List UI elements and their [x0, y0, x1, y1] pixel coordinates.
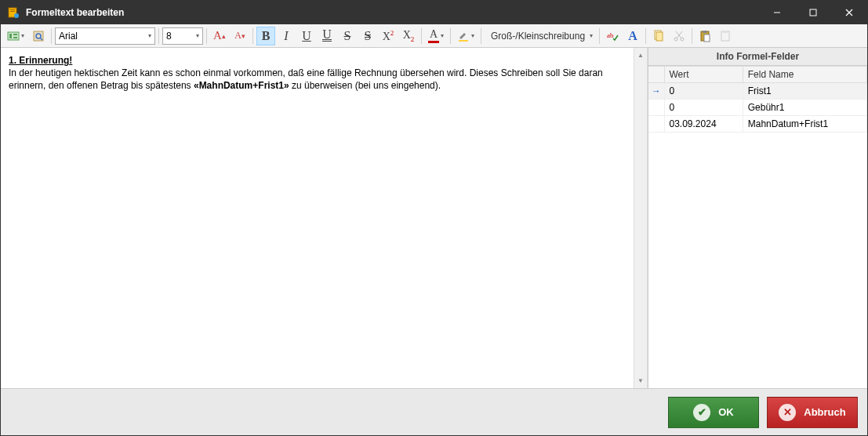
- preview-icon: [32, 30, 45, 42]
- font-size-combo[interactable]: 8 ▾: [162, 27, 203, 45]
- highlight-icon: [457, 30, 470, 42]
- cell-name: MahnDatum+Frist1: [743, 116, 866, 133]
- svg-rect-27: [723, 31, 728, 33]
- close-icon: ✕: [779, 404, 796, 421]
- cell-value: 03.09.2024: [664, 116, 743, 133]
- info-panel-title: Info Formel-Felder: [648, 48, 867, 66]
- svg-rect-11: [13, 37, 17, 38]
- row-indicator-icon: →: [648, 83, 664, 100]
- copy-icon: [652, 30, 665, 42]
- change-case-button[interactable]: Groß-/Kleinschreibung ▾: [485, 27, 596, 45]
- svg-line-21: [677, 31, 682, 38]
- cell-name: Frist1: [743, 83, 866, 100]
- spellcheck-button[interactable]: ab: [603, 27, 622, 45]
- window-title: Formeltext bearbeiten: [26, 7, 759, 18]
- cancel-button[interactable]: ✕ Abbruch: [767, 397, 858, 428]
- font-button[interactable]: A: [623, 27, 642, 45]
- info-col-value[interactable]: Wert: [664, 67, 743, 83]
- svg-line-22: [676, 31, 681, 38]
- subscript-button[interactable]: X2: [399, 27, 418, 45]
- window-controls: [759, 1, 867, 24]
- editor-heading: 1. Erinnerung!: [9, 55, 72, 66]
- table-row[interactable]: 03.09.2024MahnDatum+Frist1: [648, 116, 867, 133]
- table-row[interactable]: →0Frist1: [648, 83, 867, 100]
- decrease-font-button[interactable]: A▾: [231, 27, 249, 45]
- svg-rect-15: [459, 40, 468, 42]
- svg-rect-5: [810, 9, 816, 16]
- svg-rect-9: [9, 34, 12, 38]
- scroll-up-icon[interactable]: ▲: [635, 49, 647, 61]
- close-button[interactable]: [831, 1, 867, 24]
- svg-rect-10: [13, 34, 17, 35]
- insert-field-button[interactable]: ▾: [4, 27, 27, 45]
- footer: ✔ OK ✕ Abbruch: [1, 388, 867, 435]
- info-col-name[interactable]: Feld Name: [743, 67, 866, 83]
- ok-label: OK: [718, 406, 734, 418]
- cell-value: 0: [664, 83, 743, 100]
- info-table[interactable]: Wert Feld Name →0Frist10Gebühr103.09.202…: [648, 66, 867, 133]
- change-case-label: Groß-/Kleinschreibung: [488, 31, 588, 42]
- ok-button[interactable]: ✔ OK: [668, 397, 759, 428]
- title-bar: Formeltext bearbeiten: [1, 1, 867, 24]
- font-color-icon: A: [430, 28, 438, 41]
- info-pane: Info Formel-Felder Wert Feld Name →0Fris…: [648, 48, 867, 388]
- font-name-combo[interactable]: Arial ▾: [55, 27, 155, 45]
- cancel-label: Abbruch: [804, 406, 845, 418]
- maximize-button[interactable]: [795, 1, 831, 24]
- editor-field-ref: «MahnDatum+Frist1»: [194, 80, 289, 91]
- caret-icon: ▾: [441, 32, 444, 39]
- italic-button[interactable]: I: [277, 27, 296, 45]
- svg-rect-18: [656, 32, 663, 41]
- caret-icon: ▾: [21, 32, 24, 39]
- editor[interactable]: 1. Erinnerung! In der heutigen hektische…: [1, 48, 634, 388]
- superscript-button[interactable]: X2: [379, 27, 398, 45]
- increase-font-button[interactable]: A▴: [210, 27, 229, 45]
- underline-button[interactable]: U: [297, 27, 316, 45]
- double-strikethrough-button[interactable]: S: [358, 27, 377, 45]
- cell-value: 0: [664, 100, 743, 116]
- cell-name: Gebühr1: [743, 100, 866, 116]
- svg-point-3: [14, 13, 19, 18]
- app-icon: [7, 6, 20, 19]
- paste-special-button[interactable]: [716, 27, 735, 45]
- spellcheck-icon: ab: [606, 30, 619, 42]
- svg-rect-25: [704, 35, 710, 42]
- double-underline-button[interactable]: U: [318, 27, 336, 45]
- table-row[interactable]: 0Gebühr1: [648, 100, 867, 116]
- svg-text:ab: ab: [607, 31, 614, 39]
- row-indicator-icon: [648, 116, 664, 133]
- svg-rect-2: [10, 11, 15, 12]
- main-area: 1. Erinnerung! In der heutigen hektische…: [1, 48, 867, 388]
- svg-rect-1: [10, 9, 15, 10]
- font-name-value: Arial: [59, 31, 78, 42]
- cut-button[interactable]: [670, 27, 688, 45]
- svg-rect-24: [703, 31, 707, 33]
- font-size-value: 8: [166, 31, 172, 42]
- font-color-button[interactable]: A ▾: [425, 27, 447, 45]
- chevron-down-icon: ▾: [148, 32, 151, 39]
- editor-pane: 1. Erinnerung! In der heutigen hektische…: [1, 48, 648, 388]
- paste-special-icon: [719, 30, 732, 42]
- bold-button[interactable]: B: [256, 27, 275, 45]
- chevron-down-icon: ▾: [196, 32, 199, 39]
- paste-button[interactable]: [695, 27, 714, 45]
- preview-button[interactable]: [29, 27, 48, 45]
- minimize-button[interactable]: [759, 1, 795, 24]
- cut-icon: [673, 30, 685, 42]
- field-icon: [7, 30, 20, 42]
- info-grid: Wert Feld Name →0Frist10Gebühr103.09.202…: [648, 66, 867, 388]
- caret-icon: ▾: [590, 32, 593, 39]
- editor-scrollbar[interactable]: ▲ ▼: [634, 48, 647, 388]
- copy-button[interactable]: [649, 27, 668, 45]
- toolbar: ▾ Arial ▾ 8 ▾ A▴ A▾ B I U U S S X2 X2 A …: [1, 24, 867, 48]
- editor-body-post: zu überweisen (bei uns eingehend).: [289, 80, 441, 91]
- paste-icon: [699, 30, 711, 42]
- row-indicator-icon: [648, 100, 664, 116]
- highlight-color-button[interactable]: ▾: [454, 27, 478, 45]
- strikethrough-button[interactable]: S: [338, 27, 357, 45]
- caret-icon: ▾: [471, 32, 474, 39]
- check-icon: ✔: [693, 404, 710, 421]
- scroll-down-icon[interactable]: ▼: [635, 375, 647, 387]
